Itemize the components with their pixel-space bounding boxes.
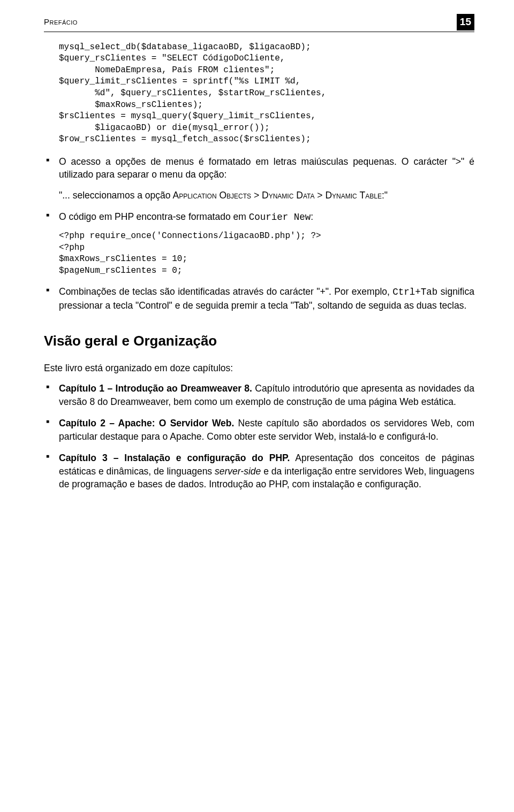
text: > D: [314, 190, 332, 201]
header-label: Prefácio: [44, 16, 78, 27]
code-block-2: <?php require_once('Connections/ligacaoB…: [59, 231, 474, 277]
code-block-1: mysql_select_db($database_ligacaoBD, $li…: [59, 42, 474, 145]
chapter-title: Capítulo 3 – Instalação e configuração d…: [59, 453, 290, 463]
list-item: O código em PHP encontra-se formatado em…: [44, 210, 474, 277]
text: O: [219, 190, 226, 201]
bullet-list-1: O acesso a opções de menus é formatado e…: [44, 155, 474, 312]
inline-code: Courier New: [249, 212, 311, 223]
inline-code: Ctrl+Tab: [392, 287, 437, 297]
text: :": [382, 190, 388, 201]
chapter-title: Capítulo 2 – Apache: O Servidor Web.: [59, 418, 234, 428]
text: > D: [251, 190, 269, 201]
chapter-list: Capítulo 1 – Introdução ao Dreamweaver 8…: [44, 382, 474, 491]
list-item: Capítulo 3 – Instalação e configuração d…: [44, 451, 474, 491]
smallcaps-text: bjects: [226, 190, 251, 201]
list-item: Capítulo 2 – Apache: O Servidor Web. Nes…: [44, 417, 474, 443]
body-text: O acesso a opções de menus é formatado e…: [59, 156, 474, 180]
chapter-title: Capítulo 1 – Introdução ao Dreamweaver 8…: [59, 383, 252, 394]
smallcaps-text: ynamic: [269, 190, 297, 201]
body-text: O código em PHP encontra-se formatado em: [59, 211, 249, 222]
list-item: Capítulo 1 – Introdução ao Dreamweaver 8…: [44, 382, 474, 408]
list-item: O acesso a opções de menus é formatado e…: [44, 155, 474, 202]
italic-text: server-side: [215, 466, 261, 477]
smallcaps-text: able: [365, 190, 382, 201]
list-item: Combinações de teclas são identificadas …: [44, 285, 474, 312]
page-header: Prefácio 15: [44, 16, 474, 32]
text: D: [296, 190, 303, 201]
smallcaps-text: ata: [303, 190, 315, 201]
smallcaps-text: ynamic: [332, 190, 360, 201]
quote-text: "... seleccionamos a opção Application O…: [59, 189, 474, 202]
body-text: Combinações de teclas são identificadas …: [59, 286, 392, 297]
page-number-badge: 15: [457, 14, 474, 30]
body-text: :: [311, 211, 313, 222]
intro-text: Este livro está organizado em doze capít…: [44, 362, 474, 375]
text: "... seleccionamos a opção A: [59, 190, 179, 201]
text: T: [360, 190, 366, 201]
smallcaps-text: pplication: [179, 190, 219, 201]
section-heading: Visão geral e Organização: [44, 331, 474, 350]
